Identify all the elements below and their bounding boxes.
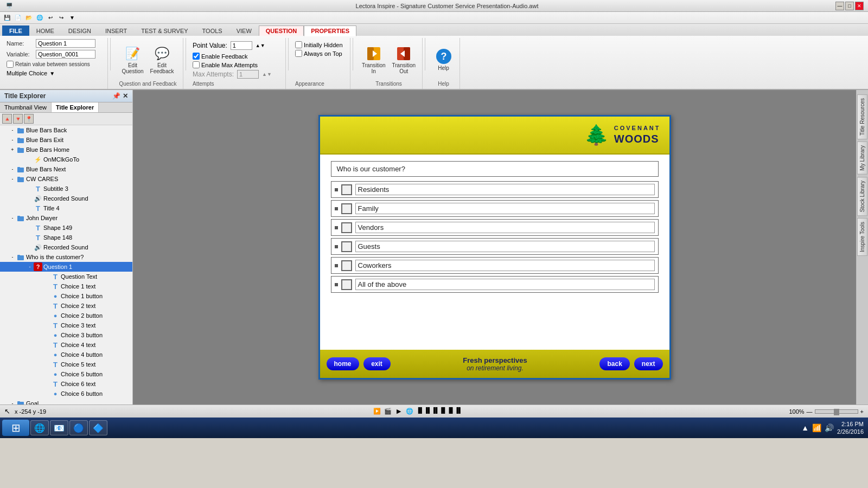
tree-item-title-4[interactable]: TTitle 4 [0, 203, 132, 213]
tree-item-blue-bars-exit[interactable]: -Blue Bars Exit [0, 135, 132, 145]
globe-icon[interactable]: 🌐 [405, 407, 414, 416]
tree-item-choice-1-text[interactable]: TChoice 1 text [0, 281, 132, 291]
expand-icon[interactable]: - [9, 253, 16, 261]
tree-item-onmclkgoto[interactable]: ⚡OnMClkGoTo [0, 155, 132, 164]
tab-properties[interactable]: PROPERTIES [304, 25, 356, 36]
tab-question[interactable]: QUESTION [259, 25, 304, 36]
tab-file[interactable]: FILE [2, 25, 29, 36]
preview-icon[interactable]: ▶️ [373, 407, 381, 416]
tree-item-john-dwyer[interactable]: -John Dwyer [0, 213, 132, 223]
back-button[interactable]: back [599, 357, 629, 370]
chrome-button[interactable]: 🔵 [69, 420, 88, 435]
tree-item-choice-5-button[interactable]: ●Choice 5 button [0, 369, 132, 379]
tree-item-subtitle-3[interactable]: TSubtitle 3 [0, 184, 132, 194]
maximize-button[interactable]: □ [845, 2, 854, 10]
minimize-button[interactable]: — [835, 2, 844, 10]
edit-feedback-button[interactable]: 💬 EditFeedback [148, 44, 176, 75]
choice-button-4[interactable] [341, 241, 352, 252]
enable-max-checkbox[interactable] [193, 61, 200, 68]
expand-icon[interactable]: - [9, 136, 16, 144]
outlook-button[interactable]: 📧 [50, 420, 68, 435]
transition-out-button[interactable]: TransitionOut [390, 44, 418, 75]
enable-feedback-checkbox[interactable] [193, 53, 200, 60]
tree-item-choice-6-button[interactable]: ●Choice 6 button [0, 389, 132, 399]
tree-item-recorded-sound-1[interactable]: 🔊Recorded Sound [0, 194, 132, 203]
choice-button-1[interactable] [341, 184, 352, 195]
initially-hidden-checkbox[interactable] [295, 41, 302, 48]
film-icon[interactable]: 🎬 [384, 407, 392, 416]
tree-item-cw-cares[interactable]: -CW CARES [0, 174, 132, 184]
zoom-slider[interactable] [815, 409, 858, 414]
ie-button[interactable]: 🌐 [30, 420, 49, 435]
sidebar-pin-icon[interactable]: 📌 [112, 92, 120, 100]
choice-button-5[interactable] [341, 260, 352, 271]
enable-feedback-row[interactable]: Enable Feedback [193, 53, 248, 60]
play-icon[interactable]: ▶ [394, 407, 403, 416]
tab-title-explorer[interactable]: Title Explorer [52, 102, 99, 112]
enable-max-row[interactable]: Enable Max Attempts [193, 61, 258, 68]
inspire-tools-tab[interactable]: Inspire Tools [857, 218, 867, 256]
tab-view[interactable]: VIEW [229, 25, 259, 36]
dropdown-arrow[interactable]: ▼ [67, 13, 77, 23]
type-dropdown-icon[interactable]: ▼ [49, 70, 55, 76]
initially-hidden-row[interactable]: Initially Hidden [295, 41, 343, 48]
zoom-thumb[interactable] [834, 409, 839, 415]
tree-item-blue-bars-back[interactable]: -Blue Bars Back [0, 125, 132, 135]
expand-icon[interactable]: - [9, 175, 16, 183]
tree-container[interactable]: -Blue Bars Back-Blue Bars Exit+Blue Bars… [0, 125, 132, 404]
tray-arrow-icon[interactable]: ▲ [801, 423, 809, 432]
expand-all-button[interactable]: 🔻 [13, 114, 23, 124]
locate-button[interactable]: 📍 [24, 114, 34, 124]
window-controls[interactable]: — □ ✕ [835, 2, 864, 10]
tab-test[interactable]: TEST & SURVEY [134, 25, 195, 36]
choice-button-2[interactable] [341, 203, 352, 214]
tree-item-choice-4-button[interactable]: ●Choice 4 button [0, 350, 132, 359]
tab-thumbnail-view[interactable]: Thumbnail View [0, 102, 52, 112]
sidebar-close-icon[interactable]: ✕ [123, 92, 128, 100]
transition-in-button[interactable]: TransitionIn [360, 44, 388, 75]
app-button[interactable]: 🔷 [89, 420, 107, 435]
next-button[interactable]: next [634, 357, 663, 370]
tree-item-shape-149[interactable]: TShape 149 [0, 223, 132, 233]
retain-checkbox[interactable] [7, 61, 14, 68]
tree-item-choice-5-text[interactable]: TChoice 5 text [0, 359, 132, 369]
expand-icon[interactable]: - [9, 214, 16, 222]
expand-icon[interactable]: - [26, 263, 34, 271]
redo-button[interactable]: ↪ [56, 13, 66, 23]
variable-input[interactable] [36, 50, 95, 59]
zoom-minus[interactable]: — [807, 408, 813, 415]
expand-icon[interactable]: - [9, 400, 16, 404]
spin-up-icon[interactable]: ▲▼ [256, 43, 265, 48]
always-on-top-row[interactable]: Always on Top [295, 50, 342, 57]
stock-library-tab[interactable]: Stock Library [857, 177, 867, 216]
help-button[interactable]: ? Help [433, 47, 455, 72]
always-on-top-checkbox[interactable] [295, 50, 302, 57]
collapse-all-button[interactable]: 🔺 [2, 114, 12, 124]
retain-checkbox-row[interactable]: Retain value between sessions [7, 61, 90, 68]
tree-item-choice-2-button[interactable]: ●Choice 2 button [0, 311, 132, 320]
tab-insert[interactable]: INSERT [98, 25, 134, 36]
undo-button[interactable]: ↩ [46, 13, 55, 23]
expand-icon[interactable]: - [9, 165, 16, 173]
tree-item-blue-bars-home[interactable]: +Blue Bars Home [0, 145, 132, 155]
name-input[interactable] [36, 39, 95, 48]
zoom-plus[interactable]: + [860, 408, 864, 415]
exit-button[interactable]: exit [363, 357, 391, 370]
expand-icon[interactable]: + [9, 146, 16, 153]
tab-tools[interactable]: TOOLS [195, 25, 229, 36]
browser-icon[interactable]: 🌐 [35, 13, 44, 23]
expand-icon[interactable]: - [9, 126, 16, 134]
open-button[interactable]: 📂 [24, 13, 34, 23]
tree-item-question-text[interactable]: TQuestion Text [0, 272, 132, 281]
tree-item-choice-3-text[interactable]: TChoice 3 text [0, 320, 132, 330]
tree-item-choice-2-text[interactable]: TChoice 2 text [0, 301, 132, 311]
tree-item-choice-6-text[interactable]: TChoice 6 text [0, 379, 132, 389]
tab-design[interactable]: DESIGN [61, 25, 98, 36]
start-button[interactable]: ⊞ [2, 420, 29, 436]
close-button[interactable]: ✕ [855, 2, 864, 10]
tree-item-recorded-sound-2[interactable]: 🔊Recorded Sound [0, 242, 132, 252]
my-library-tab[interactable]: My Library [857, 142, 867, 175]
choice-button-6[interactable] [341, 279, 352, 290]
max-attempts-input[interactable] [237, 70, 259, 79]
choice-button-3[interactable] [341, 222, 352, 233]
